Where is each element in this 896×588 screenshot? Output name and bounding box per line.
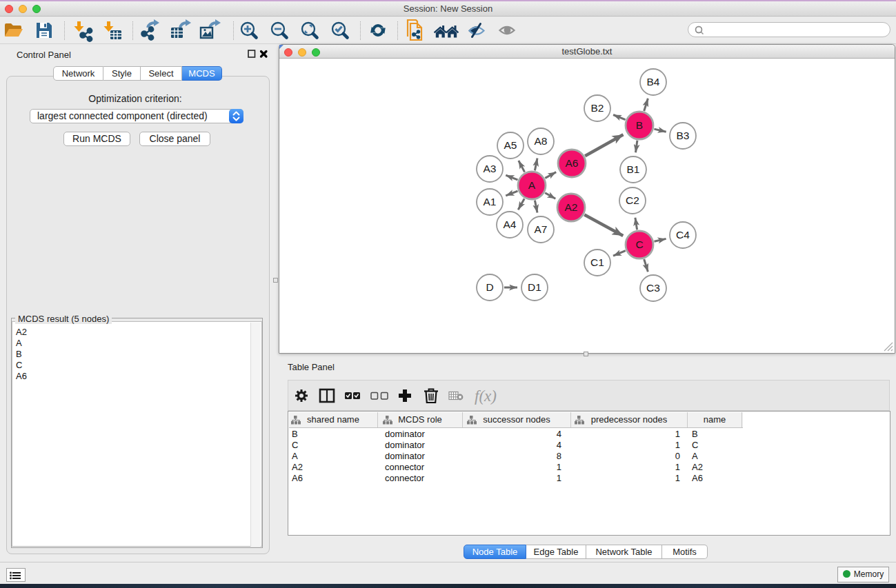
svg-text:C1: C1 [590,256,604,268]
svg-text:B1: B1 [627,163,640,175]
svg-text:A5: A5 [504,139,517,151]
svg-text:A3: A3 [484,163,497,174]
svg-text:A2: A2 [565,201,578,213]
svg-text:C2: C2 [626,194,639,206]
svg-text:A6: A6 [566,157,579,169]
svg-text:A: A [528,179,536,191]
svg-text:D: D [486,281,493,293]
svg-text:C3: C3 [646,282,660,294]
svg-text:B4: B4 [647,76,660,88]
svg-text:A1: A1 [484,196,497,207]
svg-text:D1: D1 [528,281,541,293]
svg-text:C: C [635,239,643,250]
svg-text:C4: C4 [676,229,690,241]
svg-text:A8: A8 [535,135,548,147]
svg-text:f(x): f(x) [475,387,497,405]
svg-text:B: B [636,119,643,131]
svg-text:A7: A7 [535,223,548,235]
svg-text:A4: A4 [504,219,517,230]
svg-text:B2: B2 [591,102,604,114]
svg-text:B3: B3 [677,130,690,141]
